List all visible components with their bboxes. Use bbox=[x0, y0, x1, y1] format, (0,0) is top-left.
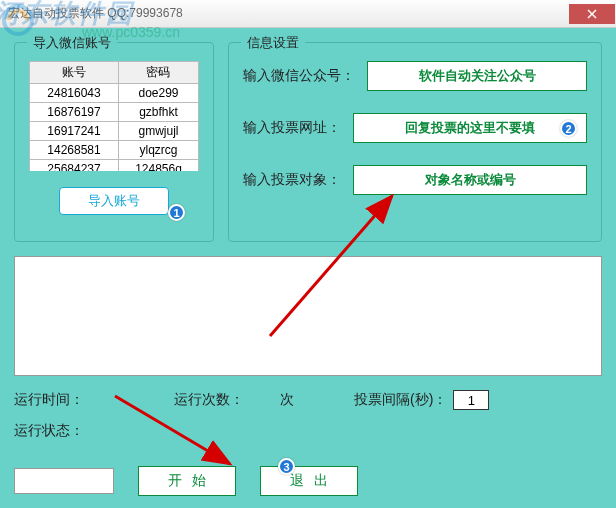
label-vote-target: 输入投票对象： bbox=[243, 171, 341, 189]
label-runtime: 运行时间： bbox=[14, 391, 84, 409]
annotation-badge-3: 3 bbox=[278, 458, 295, 475]
title-bar: 宏达自动投票软件 QQ:79993678 bbox=[0, 0, 616, 28]
close-button[interactable] bbox=[569, 4, 615, 24]
group-info-settings: 信息设置 输入微信公众号： 软件自动关注公众号 输入投票网址： 回复投票的这里不… bbox=[228, 42, 602, 242]
col-header-account: 账号 bbox=[30, 62, 119, 84]
table-row[interactable]: 24816043doe299 bbox=[30, 84, 199, 103]
bottom-button-row: 开始 退出 bbox=[14, 466, 358, 496]
row-wechat-account: 输入微信公众号： 软件自动关注公众号 bbox=[243, 61, 587, 91]
row-run-state: 运行状态： bbox=[14, 422, 602, 440]
label-runcount: 运行次数： bbox=[174, 391, 244, 409]
input-vote-interval[interactable] bbox=[453, 390, 489, 410]
log-textarea[interactable] bbox=[14, 256, 602, 376]
label-vote-url: 输入投票网址： bbox=[243, 119, 341, 137]
input-vote-target[interactable]: 对象名称或编号 bbox=[353, 165, 587, 195]
group-info-legend: 信息设置 bbox=[241, 34, 305, 52]
close-icon bbox=[587, 9, 597, 19]
start-button[interactable]: 开始 bbox=[138, 466, 236, 496]
import-accounts-button[interactable]: 导入账号 bbox=[59, 187, 169, 215]
table-row[interactable]: 16876197gzbfhkt bbox=[30, 103, 199, 122]
input-unknown-bottom[interactable] bbox=[14, 468, 114, 494]
row-vote-url: 输入投票网址： 回复投票的这里不要填 bbox=[243, 113, 587, 143]
label-interval: 投票间隔(秒)： bbox=[354, 391, 447, 409]
annotation-badge-2: 2 bbox=[560, 120, 577, 137]
annotation-badge-1: 1 bbox=[168, 204, 185, 221]
exit-button[interactable]: 退出 bbox=[260, 466, 358, 496]
label-run-state: 运行状态： bbox=[14, 422, 84, 438]
window-title: 宏达自动投票软件 QQ:79993678 bbox=[8, 5, 183, 22]
label-wechat-account: 输入微信公众号： bbox=[243, 67, 355, 85]
runcount-unit: 次 bbox=[280, 391, 294, 409]
input-vote-url[interactable]: 回复投票的这里不要填 bbox=[353, 113, 587, 143]
table-row[interactable]: 25684237124856q bbox=[30, 160, 199, 172]
status-row: 运行时间： 运行次数： 次 投票间隔(秒)： bbox=[14, 390, 602, 410]
accounts-table-wrap: 账号 密码 24816043doe299 16876197gzbfhkt 169… bbox=[29, 61, 199, 171]
col-header-password: 密码 bbox=[118, 62, 198, 84]
input-wechat-account[interactable]: 软件自动关注公众号 bbox=[367, 61, 587, 91]
group-accounts-legend: 导入微信账号 bbox=[27, 34, 117, 52]
table-row[interactable]: 14268581ylqzrcg bbox=[30, 141, 199, 160]
app-surface: 导入微信账号 账号 密码 24816043doe299 16876197gzbf… bbox=[0, 28, 616, 508]
table-row[interactable]: 16917241gmwjujl bbox=[30, 122, 199, 141]
row-vote-target: 输入投票对象： 对象名称或编号 bbox=[243, 165, 587, 195]
accounts-table: 账号 密码 24816043doe299 16876197gzbfhkt 169… bbox=[29, 61, 199, 171]
